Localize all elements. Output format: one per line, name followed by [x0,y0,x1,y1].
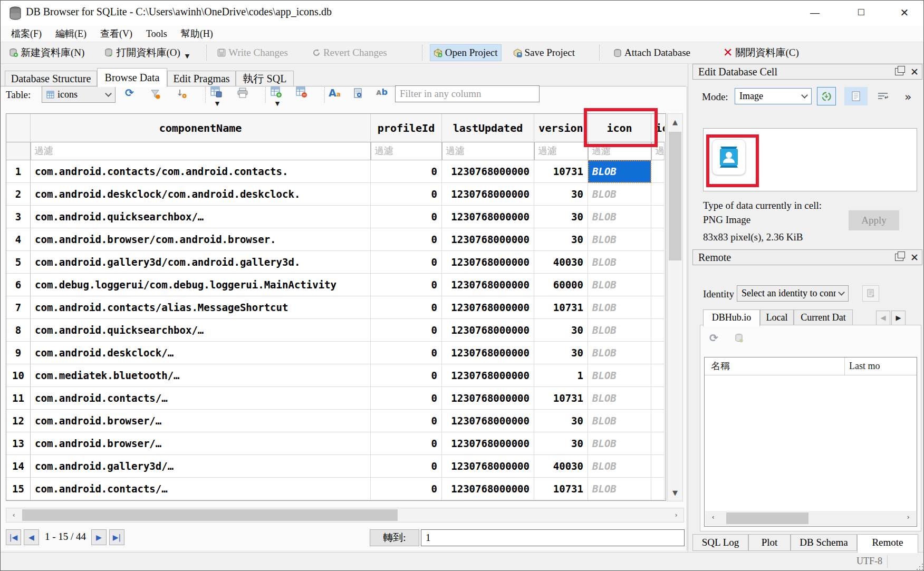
cell-version[interactable]: 10731 [534,478,588,500]
cell-partial[interactable] [651,455,665,478]
cell-version[interactable]: 30 [534,319,588,342]
cell-componentName[interactable]: com.android.browser/com.android.browser. [31,228,371,251]
scroll-right-icon[interactable]: › [904,513,912,521]
cell-partial[interactable] [651,274,665,296]
cell-icon-blob[interactable]: BLOB [588,364,651,387]
column-header-lastUpdated[interactable]: lastUpdated [442,114,534,142]
cell-lastUpdated[interactable]: 1230768000000 [442,410,534,432]
remote-tab-dbhub[interactable]: DBHub.io [703,309,760,326]
remote-tab-local[interactable]: Local [760,309,794,325]
float-panel-icon[interactable] [895,254,903,261]
horizontal-scrollbar[interactable]: ‹ › [6,508,684,522]
cell-version[interactable]: 40030 [534,455,588,478]
cell-lastUpdated[interactable]: 1230768000000 [442,342,534,364]
cell-componentName[interactable]: com.android.contacts/… [31,478,371,500]
cell-icon-blob[interactable]: BLOB [588,387,651,410]
identity-select[interactable]: Select an identity to conne [737,285,849,302]
cell-icon-blob[interactable]: BLOB [588,342,651,364]
cell-profileId[interactable]: 0 [371,455,442,478]
column-header-componentName[interactable]: componentName [31,114,371,142]
row-number[interactable]: 7 [6,296,31,319]
remote-list-horizontal-scrollbar[interactable]: ‹ › [705,511,916,526]
dock-splitter[interactable] [688,64,688,552]
remote-tab-current-database[interactable]: Current Dat [794,309,853,325]
cell-componentName[interactable]: com.android.quicksearchbox/… [31,319,371,342]
cell-version[interactable]: 30 [534,342,588,364]
row-number[interactable]: 8 [6,319,31,342]
cell-icon-blob[interactable]: BLOB [588,274,651,296]
cell-version[interactable]: 40030 [534,251,588,274]
cell-partial[interactable] [651,206,665,228]
cell-lastUpdated[interactable]: 1230768000000 [442,455,534,478]
insert-record-dropdown-icon[interactable]: ▼ [275,100,280,107]
table-select[interactable]: icons [42,86,116,103]
save-results-button[interactable]: ▼ [210,86,222,108]
cell-partial[interactable] [651,364,665,387]
filter-input-version[interactable]: 過濾 [534,142,588,160]
cell-profileId[interactable]: 0 [371,478,442,500]
goto-record-input[interactable]: 1 [421,529,685,546]
refresh-table-icon[interactable]: ⟳ [125,88,134,98]
open-database-button[interactable]: 打開資料庫(O) ▼ [101,44,192,62]
cell-version[interactable]: 10731 [534,160,588,183]
remote-clone-database-icon[interactable] [735,333,743,343]
row-number[interactable]: 2 [6,183,31,206]
cell-version[interactable]: 30 [534,432,588,455]
font-format-icon[interactable]: Aa [329,87,341,99]
menu-edit[interactable]: 編輯(E) [50,26,92,41]
cell-icon-blob[interactable]: BLOB [588,455,651,478]
cell-icon-blob[interactable]: BLOB [588,410,651,432]
row-number-header[interactable] [6,114,31,142]
row-number[interactable]: 14 [6,455,31,478]
dock-tab-db-schema[interactable]: DB Schema [791,534,857,551]
cell-profileId[interactable]: 0 [371,274,442,296]
cell-componentName[interactable]: com.android.quicksearchbox/… [31,206,371,228]
first-page-button[interactable]: |◀ [6,529,21,545]
cell-componentName[interactable]: com.android.contacts/com.android.contact… [31,160,371,183]
cell-componentName[interactable]: com.android.browser/… [31,432,371,455]
name-column-header[interactable]: 名稱 [705,357,845,375]
cell-partial[interactable] [651,410,665,432]
cell-lastUpdated[interactable]: 1230768000000 [442,478,534,500]
filter-input-componentName[interactable]: 過濾 [31,142,371,160]
cell-icon-blob[interactable]: BLOB [588,432,651,455]
cell-lastUpdated[interactable]: 1230768000000 [442,160,534,183]
text-view-button[interactable] [844,87,868,105]
cell-version[interactable]: 60000 [534,274,588,296]
tab-edit-pragmas[interactable]: Edit Pragmas [167,71,236,86]
new-database-button[interactable]: 新建資料庫(N) [6,44,88,62]
scroll-right-icon[interactable]: › [672,511,680,519]
cell-profileId[interactable]: 0 [371,342,442,364]
save-project-button[interactable]: Save Project [510,45,579,61]
cell-profileId[interactable]: 0 [371,319,442,342]
cell-lastUpdated[interactable]: 1230768000000 [442,319,534,342]
cell-partial[interactable] [651,160,665,183]
cell-lastUpdated[interactable]: 1230768000000 [442,228,534,251]
menu-help[interactable]: 幫助(H) [176,26,218,41]
row-number[interactable]: 6 [6,274,31,296]
dock-tab-plot[interactable]: Plot [748,534,791,551]
find-icon[interactable] [353,88,363,99]
row-number[interactable]: 13 [6,432,31,455]
tab-database-structure[interactable]: Database Structure [5,71,97,86]
cell-version[interactable]: 30 [534,410,588,432]
scroll-left-icon[interactable]: ‹ [709,513,717,521]
scroll-down-icon[interactable]: ▼ [668,489,682,497]
print-icon[interactable] [237,88,248,98]
cell-profileId[interactable]: 0 [371,387,442,410]
cell-lastUpdated[interactable]: 1230768000000 [442,251,534,274]
cell-profileId[interactable]: 0 [371,364,442,387]
dock-tab-remote[interactable]: Remote [857,534,918,553]
cell-icon-blob[interactable]: BLOB [588,183,651,206]
cell-componentName[interactable]: com.android.deskclock/com.android.deskcl… [31,183,371,206]
row-number[interactable]: 3 [6,206,31,228]
open-project-button[interactable]: Open Project [430,44,502,61]
goto-button[interactable]: 轉到: [370,529,419,546]
row-number[interactable]: 9 [6,342,31,364]
column-header-profileId[interactable]: profileId [371,114,442,142]
cell-partial[interactable] [651,183,665,206]
close-panel-icon[interactable]: ✕ [910,254,919,261]
cell-version[interactable]: 10731 [534,296,588,319]
cell-icon-blob[interactable]: BLOB [588,228,651,251]
cell-partial[interactable] [651,251,665,274]
